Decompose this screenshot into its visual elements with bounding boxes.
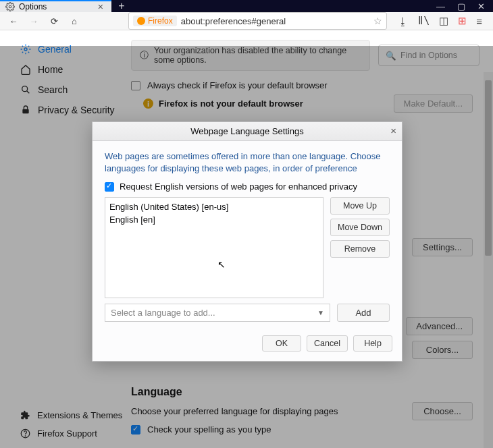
- language-list[interactable]: English (United States) [en-us] English …: [105, 197, 323, 298]
- cancel-button[interactable]: Cancel: [307, 335, 348, 352]
- url-text: about:preferences#general: [181, 16, 369, 26]
- request-english-label: Request English versions of web pages fo…: [120, 181, 357, 192]
- dialog-title: Webpage Language Settings: [190, 126, 303, 136]
- nav-toolbar: ← → ⟳ ⌂ Firefox about:preferences#genera…: [0, 12, 493, 30]
- ok-button[interactable]: OK: [262, 335, 301, 352]
- list-item[interactable]: English (United States) [en-us]: [109, 200, 319, 213]
- addon-icon[interactable]: ⊞: [458, 15, 467, 27]
- svg-point-0: [9, 5, 11, 8]
- sidebar-toggle-icon[interactable]: ◫: [439, 15, 448, 27]
- window-close-icon[interactable]: ✕: [477, 1, 485, 11]
- tab-options[interactable]: Options ×: [0, 0, 111, 12]
- language-add-select[interactable]: Select a language to add... ▼: [105, 304, 330, 322]
- select-placeholder: Select a language to add...: [111, 308, 215, 318]
- gear-icon: [5, 2, 15, 11]
- list-item[interactable]: English [en]: [109, 213, 319, 226]
- move-down-button[interactable]: Move Down: [330, 219, 390, 236]
- reload-icon[interactable]: ⟳: [47, 14, 61, 28]
- back-icon[interactable]: ←: [7, 14, 20, 28]
- language-settings-dialog: Webpage Language Settings × Web pages ar…: [92, 121, 403, 362]
- home-icon[interactable]: ⌂: [68, 14, 81, 28]
- new-tab-button[interactable]: +: [111, 0, 132, 12]
- forward-icon[interactable]: →: [27, 14, 41, 28]
- move-up-button[interactable]: Move Up: [330, 197, 390, 215]
- site-identity[interactable]: Firefox: [133, 16, 177, 26]
- url-bar[interactable]: Firefox about:preferences#general ☆: [128, 12, 387, 30]
- window-minimize-icon[interactable]: —: [436, 1, 445, 11]
- download-icon[interactable]: ⭳: [398, 16, 408, 27]
- request-english-row[interactable]: Request English versions of web pages fo…: [105, 181, 390, 192]
- help-button[interactable]: Help: [353, 335, 392, 352]
- dialog-titlebar: Webpage Language Settings ×: [93, 122, 402, 141]
- tab-label: Options: [19, 2, 91, 11]
- close-icon[interactable]: ×: [390, 125, 396, 136]
- chevron-down-icon: ▼: [317, 309, 324, 316]
- url-brand: Firefox: [148, 16, 173, 26]
- menu-icon[interactable]: ≡: [476, 16, 482, 27]
- tab-strip: Options × + — ▢ ✕: [0, 0, 493, 12]
- add-button[interactable]: Add: [337, 304, 390, 322]
- bookmark-star-icon[interactable]: ☆: [373, 16, 382, 26]
- close-icon[interactable]: ×: [95, 1, 106, 12]
- checkbox-icon[interactable]: [105, 182, 114, 192]
- remove-button[interactable]: Remove: [330, 240, 390, 258]
- library-icon[interactable]: ǁ\: [417, 15, 430, 27]
- firefox-icon: [137, 17, 145, 25]
- dialog-description: Web pages are sometimes offered in more …: [105, 150, 390, 175]
- window-maximize-icon[interactable]: ▢: [457, 1, 465, 11]
